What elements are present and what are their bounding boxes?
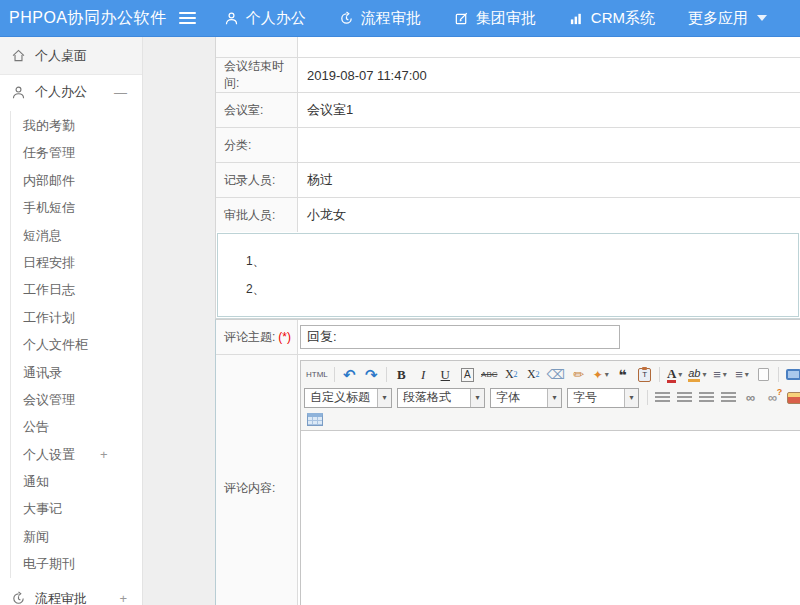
sidebar-subitem-sms[interactable]: 手机短信 bbox=[0, 194, 142, 221]
palette-button[interactable]: ✦▾ bbox=[590, 365, 611, 385]
align-justify-icon bbox=[721, 392, 736, 403]
question-mark: ? bbox=[777, 387, 783, 397]
paragraph-format-select[interactable]: 段落格式▾ bbox=[397, 388, 485, 408]
strikethrough-button[interactable]: ABC bbox=[479, 365, 500, 385]
top-navigation-bar: PHPOA协同办公软件 个人办公 流程审批 集团审批 CRM系统 更多应用 bbox=[0, 0, 800, 37]
sidebar-subitem-notice[interactable]: 通知 bbox=[0, 468, 142, 495]
sidebar-subitem-news[interactable]: 新闻 bbox=[0, 523, 142, 550]
collapse-minus-icon[interactable]: — bbox=[114, 85, 127, 100]
new-document-button[interactable] bbox=[753, 365, 774, 385]
format-brush-button[interactable]: ✏ bbox=[568, 365, 589, 385]
insert-image-button[interactable] bbox=[784, 388, 800, 408]
caret-down-icon: ▾ bbox=[745, 370, 749, 379]
hamburger-menu-icon[interactable] bbox=[179, 12, 196, 24]
expand-plus-icon[interactable]: + bbox=[100, 441, 108, 468]
italic-button[interactable]: I bbox=[413, 365, 434, 385]
select-label: 自定义标题 bbox=[305, 389, 375, 406]
caret-down-icon bbox=[757, 15, 767, 21]
sidebar-subitem-attendance[interactable]: 我的考勤 bbox=[0, 112, 142, 139]
nav-personal-office[interactable]: 个人办公 bbox=[224, 9, 306, 28]
font-color-button[interactable]: A▾ bbox=[664, 365, 685, 385]
nav-workflow-approval[interactable]: 流程审批 bbox=[339, 9, 421, 28]
sidebar-item-workflow-approval[interactable]: 流程审批 + bbox=[0, 582, 142, 605]
sidebar-item-personal-office[interactable]: 个人办公 — bbox=[0, 75, 142, 109]
bold-button[interactable]: B bbox=[391, 365, 412, 385]
sidebar-subitem-file-cabinet[interactable]: 个人文件柜 bbox=[0, 331, 142, 358]
subscript-button[interactable]: X2 bbox=[523, 365, 544, 385]
unordered-list-button[interactable]: ≡▾ bbox=[731, 365, 752, 385]
sidebar-subitem-e-journal[interactable]: 电子期刊 bbox=[0, 550, 142, 577]
boxed-a-icon: A bbox=[461, 368, 474, 382]
insert-link-button[interactable]: ∞ bbox=[740, 388, 761, 408]
font-family-select[interactable]: 字体▾ bbox=[490, 388, 562, 408]
sidebar-item-label: 电子期刊 bbox=[23, 556, 75, 571]
superscript-button[interactable]: X2 bbox=[501, 365, 522, 385]
sidebar-subitem-short-message[interactable]: 短消息 bbox=[0, 222, 142, 249]
sidebar-subitem-events[interactable]: 大事记 bbox=[0, 495, 142, 522]
sidebar-subitem-work-plan[interactable]: 工作计划 bbox=[0, 304, 142, 331]
toolbar-divider bbox=[778, 367, 779, 382]
sidebar-subitem-schedule[interactable]: 日程安排 bbox=[0, 249, 142, 276]
underline-button[interactable]: U bbox=[435, 365, 456, 385]
row-label: 会议室: bbox=[216, 93, 298, 127]
sidebar-subitem-announcement[interactable]: 公告 bbox=[0, 413, 142, 440]
comment-subject-label-cell: 评论主题: (*) bbox=[216, 320, 298, 354]
sup-base: X bbox=[505, 367, 514, 382]
nav-more-apps[interactable]: 更多应用 bbox=[688, 9, 767, 28]
align-center-icon bbox=[677, 392, 692, 403]
remove-format-eraser-button[interactable]: ⌫ bbox=[545, 365, 567, 385]
font-size-select[interactable]: 字号▾ bbox=[567, 388, 639, 408]
nav-crm-system[interactable]: CRM系统 bbox=[569, 9, 655, 28]
align-left-icon bbox=[655, 392, 670, 403]
highlight-color-button[interactable]: ab▾ bbox=[686, 365, 708, 385]
sidebar-subitem-internal-mail[interactable]: 内部邮件 bbox=[0, 167, 142, 194]
edit-approve-icon bbox=[454, 11, 469, 26]
align-left-button[interactable] bbox=[652, 388, 673, 408]
select-label: 字体 bbox=[491, 389, 525, 406]
sidebar-subitem-work-log[interactable]: 工作日志 bbox=[0, 276, 142, 303]
link-icon: ∞ bbox=[746, 390, 755, 405]
bar-chart-icon bbox=[569, 11, 584, 26]
sidebar-item-desktop[interactable]: 个人桌面 bbox=[0, 37, 142, 75]
comment-content-cell: HTML ↶ ↷ B I U A ABC X2 bbox=[298, 355, 800, 605]
align-right-icon bbox=[699, 392, 714, 403]
heading-select[interactable]: 自定义标题▾ bbox=[304, 388, 392, 408]
sidebar-item-label: 工作日志 bbox=[23, 282, 75, 297]
sidebar: 个人桌面 个人办公 — 我的考勤 任务管理 内部邮件 手机短信 短消息 日程安排… bbox=[0, 37, 143, 605]
font-style-button[interactable]: A bbox=[457, 365, 478, 385]
paste-plain-text-button[interactable]: T bbox=[634, 365, 655, 385]
sidebar-item-label: 手机短信 bbox=[23, 200, 75, 215]
align-right-button[interactable] bbox=[696, 388, 717, 408]
nav-label: 集团审批 bbox=[476, 9, 536, 28]
table-row-category: 分类: bbox=[216, 127, 800, 162]
sidebar-subitem-contacts[interactable]: 通讯录 bbox=[0, 359, 142, 386]
expand-plus-icon[interactable]: + bbox=[119, 591, 127, 605]
sidebar-subitem-personal-settings[interactable]: 个人设置 + bbox=[0, 441, 142, 468]
caret-down-icon: ▾ bbox=[605, 370, 609, 379]
meeting-detail-table: 会议结束时间: 2019-08-07 11:47:00 会议室: 会议室1 分类… bbox=[215, 37, 800, 319]
sidebar-subitem-meeting-mgmt[interactable]: 会议管理 bbox=[0, 386, 142, 413]
sidebar-subitem-tasks[interactable]: 任务管理 bbox=[0, 139, 142, 166]
html-source-button[interactable]: HTML bbox=[304, 365, 330, 385]
align-center-button[interactable] bbox=[674, 388, 695, 408]
nav-group-approval[interactable]: 集团审批 bbox=[454, 9, 536, 28]
table-row-end-time: 会议结束时间: 2019-08-07 11:47:00 bbox=[216, 57, 800, 92]
select-label: 字号 bbox=[568, 389, 602, 406]
row-value bbox=[298, 128, 800, 162]
comment-subject-input[interactable] bbox=[300, 325, 620, 349]
undo-button[interactable]: ↶ bbox=[339, 365, 360, 385]
person-icon bbox=[224, 11, 239, 26]
align-justify-button[interactable] bbox=[718, 388, 739, 408]
sidebar-item-label: 通知 bbox=[23, 474, 49, 489]
blockquote-button[interactable]: ❝ bbox=[612, 365, 633, 385]
row-value: 2019-08-07 11:47:00 bbox=[298, 58, 800, 92]
ordered-list-button[interactable]: ≡▾ bbox=[709, 365, 730, 385]
editor-content-area[interactable] bbox=[301, 431, 800, 605]
toolbar-row-3 bbox=[304, 409, 800, 429]
insert-table-button[interactable] bbox=[304, 409, 325, 429]
redo-button[interactable]: ↷ bbox=[361, 365, 382, 385]
toolbar-divider bbox=[647, 390, 648, 405]
remove-link-button[interactable]: ∞? bbox=[762, 388, 783, 408]
fullscreen-button[interactable] bbox=[783, 365, 800, 385]
person-icon bbox=[11, 85, 26, 100]
